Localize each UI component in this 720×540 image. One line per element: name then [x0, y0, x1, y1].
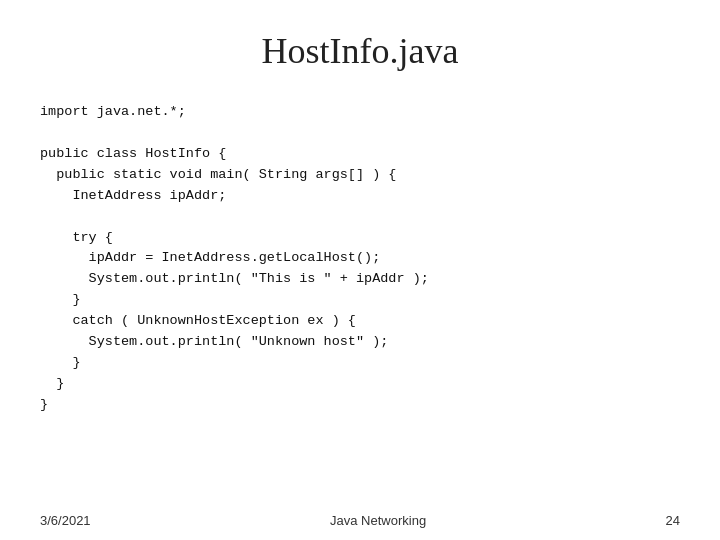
footer: 3/6/2021 Java Networking 24 [0, 505, 720, 540]
footer-date: 3/6/2021 [40, 513, 91, 528]
content-area: import java.net.*; public class HostInfo… [0, 92, 720, 505]
slide-title: HostInfo.java [40, 30, 680, 72]
slide: HostInfo.java import java.net.*; public … [0, 0, 720, 540]
code-block: import java.net.*; public class HostInfo… [40, 102, 680, 416]
footer-title: Java Networking [330, 513, 426, 528]
footer-page: 24 [666, 513, 680, 528]
title-area: HostInfo.java [0, 0, 720, 92]
